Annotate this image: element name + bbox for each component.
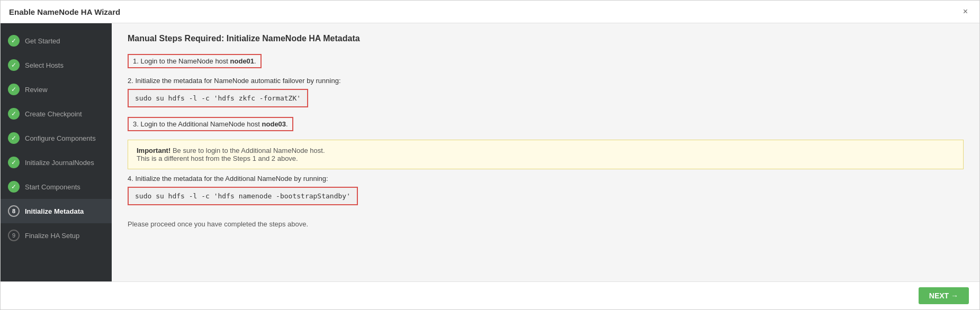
step-1-host: node01 xyxy=(230,57,255,65)
sidebar-label-initialize-journalnodes: Initialize JournalNodes xyxy=(25,159,94,167)
checkmark-review xyxy=(11,86,16,93)
step-icon-start-components xyxy=(8,181,20,193)
dialog-footer: NEXT → xyxy=(1,281,979,309)
step-3-host: node03 xyxy=(262,120,286,128)
checkmark-select-hosts xyxy=(11,61,16,69)
step-number-initialize-metadata: 8 xyxy=(12,208,15,214)
page-heading: Manual Steps Required: Initialize NameNo… xyxy=(128,34,964,43)
step-number-finalize-ha-setup: 9 xyxy=(12,232,15,239)
step-2-block: 2. Initialize the metadata for NameNode … xyxy=(128,77,964,112)
step-2-text: 2. Initialize the metadata for NameNode … xyxy=(128,77,964,85)
step-icon-review xyxy=(8,84,20,95)
warning-box: Important! Be sure to login to the Addit… xyxy=(128,140,964,169)
sidebar-item-create-checkpoint[interactable]: Create Checkpoint xyxy=(1,102,112,126)
dialog-header: Enable NameNode HA Wizard × xyxy=(1,1,979,23)
checkmark-create-checkpoint xyxy=(11,110,16,117)
step-2-code: sudo su hdfs -l -c 'hdfs zkfc -formatZK' xyxy=(128,89,308,107)
step-icon-get-started xyxy=(8,35,20,47)
next-button[interactable]: NEXT → xyxy=(919,287,969,304)
sidebar-label-configure-components: Configure Components xyxy=(25,134,96,142)
proceed-text: Please proceed once you have completed t… xyxy=(128,220,964,228)
sidebar-item-select-hosts[interactable]: Select Hosts xyxy=(1,53,112,77)
step-1-text-prefix: 1. Login to the NameNode host xyxy=(133,57,230,65)
warning-bold-label: Important! xyxy=(137,147,170,154)
step-3-text-suffix: . xyxy=(286,120,288,128)
main-content: Manual Steps Required: Initialize NameNo… xyxy=(112,23,979,281)
sidebar-label-finalize-ha-setup: Finalize HA Setup xyxy=(25,232,79,240)
sidebar-item-initialize-metadata[interactable]: 8 Initialize Metadata xyxy=(1,199,112,223)
checkmark-initialize-journalnodes xyxy=(11,159,16,166)
sidebar-label-select-hosts: Select Hosts xyxy=(25,61,64,69)
sidebar-item-review[interactable]: Review xyxy=(1,77,112,102)
step-icon-initialize-metadata: 8 xyxy=(8,205,20,217)
checkmark-start-components xyxy=(11,183,16,190)
step-1-block: 1. Login to the NameNode host node01. xyxy=(128,54,964,71)
step-icon-select-hosts xyxy=(8,59,20,71)
sidebar-item-finalize-ha-setup[interactable]: 9 Finalize HA Setup xyxy=(1,223,112,248)
step-4-code: sudo su hdfs -l -c 'hdfs namenode -boots… xyxy=(128,187,358,205)
sidebar-label-create-checkpoint: Create Checkpoint xyxy=(25,110,82,118)
step-icon-configure-components xyxy=(8,132,20,144)
dialog-body: Get Started Select Hosts Review xyxy=(1,23,979,281)
step-4-block: 4. Initialize the metadata for the Addit… xyxy=(128,175,964,209)
step-icon-initialize-journalnodes xyxy=(8,157,20,168)
sidebar-label-review: Review xyxy=(25,86,48,94)
step-icon-create-checkpoint xyxy=(8,108,20,120)
step-3-text-prefix: 3. Login to the Additional NameNode host xyxy=(133,120,262,128)
sidebar-label-get-started: Get Started xyxy=(25,37,60,45)
step-3-block: 3. Login to the Additional NameNode host… xyxy=(128,117,964,134)
step-1-login-box: 1. Login to the NameNode host node01. xyxy=(128,54,262,68)
sidebar: Get Started Select Hosts Review xyxy=(1,23,112,281)
step-4-text: 4. Initialize the metadata for the Addit… xyxy=(128,175,964,183)
step-icon-finalize-ha-setup: 9 xyxy=(8,230,20,241)
sidebar-item-start-components[interactable]: Start Components xyxy=(1,175,112,199)
sidebar-item-configure-components[interactable]: Configure Components xyxy=(1,126,112,150)
sidebar-label-start-components: Start Components xyxy=(25,183,80,191)
checkmark-configure-components xyxy=(11,134,16,142)
close-button[interactable]: × xyxy=(960,6,971,17)
dialog-title: Enable NameNode HA Wizard xyxy=(9,7,120,16)
sidebar-item-get-started[interactable]: Get Started xyxy=(1,29,112,53)
dialog-container: Enable NameNode HA Wizard × Get Started … xyxy=(0,0,980,310)
sidebar-item-initialize-journalnodes[interactable]: Initialize JournalNodes xyxy=(1,150,112,175)
checkmark-get-started xyxy=(11,37,16,44)
sidebar-label-initialize-metadata: Initialize Metadata xyxy=(25,207,84,215)
step-3-login-box: 3. Login to the Additional NameNode host… xyxy=(128,117,293,131)
step-1-text-suffix: . xyxy=(254,57,256,65)
